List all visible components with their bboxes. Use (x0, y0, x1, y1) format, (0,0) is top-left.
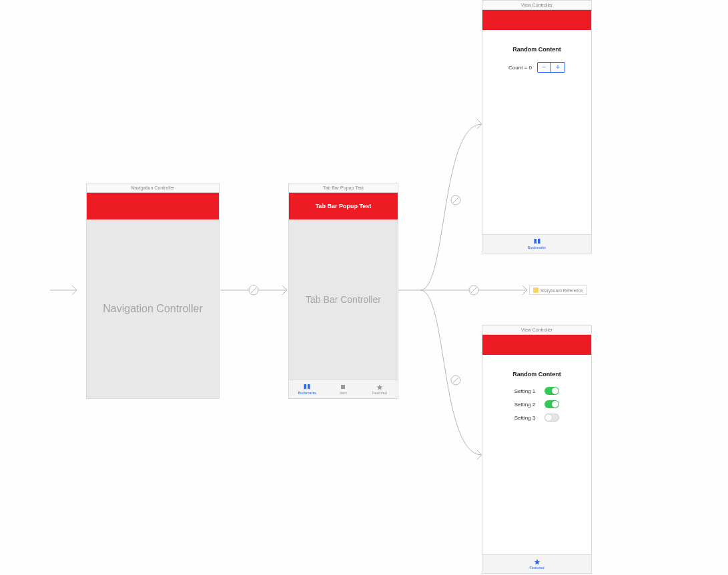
scene-title: Navigation Controller (87, 183, 219, 193)
tab-item-bookmarks[interactable]: Bookmarks (482, 235, 591, 253)
scene-body-label: Navigation Controller (87, 219, 219, 398)
scene-title: Tab Bar Popup Test (289, 183, 398, 193)
scene-tab-bar-controller[interactable]: Tab Bar Popup Test Tab Bar Popup Test Ta… (288, 183, 398, 399)
star-icon (376, 384, 384, 390)
svg-line-5 (471, 288, 476, 293)
setting-row-1: Setting 1 (514, 387, 560, 395)
navigation-bar (482, 10, 591, 30)
scene-body: Random Content Setting 1 Setting 2 Setti… (482, 355, 591, 554)
stepper-plus-button[interactable]: + (551, 63, 565, 72)
setting-label: Setting 3 (514, 415, 536, 421)
svg-point-6 (451, 376, 460, 385)
tab-item-label: Featured (372, 391, 387, 395)
stepper-control[interactable]: − + (537, 62, 565, 73)
storyboard-ref-label: Storyboard Reference (540, 288, 583, 293)
scene-title: View Controller (482, 1, 591, 10)
switch-toggle[interactable] (544, 387, 559, 395)
navigation-bar (482, 335, 591, 355)
tab-item-label: Bookmarks (528, 245, 547, 249)
count-row: Count = 0 − + (508, 62, 565, 73)
scene-title: View Controller (482, 326, 591, 335)
setting-label: Setting 2 (514, 402, 536, 408)
svg-point-2 (451, 195, 460, 205)
switch-toggle[interactable] (544, 400, 559, 408)
tab-bar: Bookmarks Item Featured (289, 380, 398, 398)
tab-item-generic[interactable]: Item (325, 380, 361, 398)
star-icon (533, 558, 541, 565)
nav-bar-title: Tab Bar Popup Test (316, 203, 372, 209)
content-heading: Random Content (512, 46, 561, 53)
navigation-bar: Tab Bar Popup Test (289, 193, 398, 219)
setting-row-3: Setting 3 (514, 414, 560, 422)
scene-body: Random Content Count = 0 − + (482, 30, 591, 234)
svg-line-3 (453, 197, 458, 203)
svg-line-7 (453, 378, 458, 383)
square-icon (339, 384, 347, 390)
bookmarks-icon (303, 384, 311, 390)
content-heading: Random Content (512, 371, 561, 378)
tab-item-featured[interactable]: Featured (362, 380, 398, 398)
tab-item-label: Featured (529, 566, 544, 570)
scene-body-label: Tab Bar Controller (289, 219, 398, 380)
tab-bar: Bookmarks (482, 234, 591, 253)
scene-view-controller-count[interactable]: View Controller Random Content Count = 0… (482, 0, 592, 253)
count-label: Count = 0 (508, 65, 532, 71)
svg-point-0 (249, 285, 258, 295)
svg-point-4 (469, 285, 478, 295)
bookmarks-icon (533, 238, 541, 245)
svg-line-1 (251, 288, 256, 293)
tab-item-featured[interactable]: Featured (482, 555, 591, 573)
setting-label: Setting 1 (514, 388, 536, 394)
storyboard-reference[interactable]: Storyboard Reference (529, 285, 587, 295)
switch-toggle[interactable] (544, 414, 559, 422)
tab-bar: Featured (482, 554, 591, 573)
tab-item-bookmarks[interactable]: Bookmarks (289, 380, 325, 398)
navigation-bar (87, 193, 219, 219)
scene-view-controller-settings[interactable]: View Controller Random Content Setting 1… (482, 325, 592, 574)
setting-row-2: Setting 2 (514, 400, 560, 408)
tab-item-label: Item (340, 391, 347, 395)
svg-rect-8 (341, 385, 345, 389)
stepper-minus-button[interactable]: − (538, 63, 551, 72)
scene-navigation-controller[interactable]: Navigation Controller Navigation Control… (86, 183, 220, 399)
tab-item-label: Bookmarks (298, 391, 316, 395)
storyboard-icon (533, 288, 538, 293)
